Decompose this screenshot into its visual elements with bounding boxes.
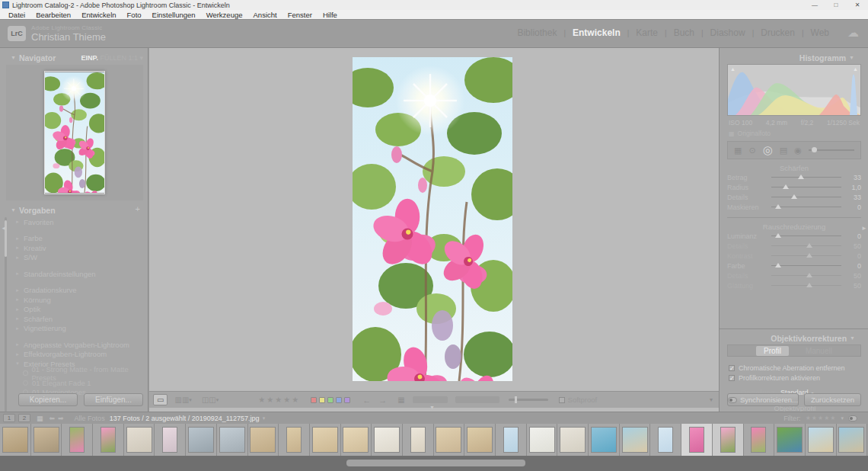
minimize-button[interactable]: — xyxy=(804,0,825,10)
filmstrip-thumb[interactable] xyxy=(155,424,186,456)
loupe-view-button[interactable]: ▭ xyxy=(153,394,168,405)
lens-corrections-header[interactable]: Objektivkorrekturen ▼ xyxy=(771,332,858,344)
star-rating[interactable]: ★★★★★ xyxy=(258,396,300,404)
navigator-preview-area[interactable] xyxy=(6,65,143,200)
spot-removal-tool-icon[interactable]: ⊙ xyxy=(748,146,755,155)
module-drucken[interactable]: Drucken xyxy=(754,27,802,38)
filmstrip-thumb[interactable] xyxy=(713,424,744,456)
menu-ansicht[interactable]: Ansicht xyxy=(248,11,282,19)
slider-nr-details[interactable]: Details 50 xyxy=(727,241,861,251)
next-photo-button[interactable]: → xyxy=(378,396,387,405)
preset-group-sw[interactable]: ►S/W xyxy=(12,253,143,263)
highlight-clipping-icon[interactable]: ▲ xyxy=(853,66,858,72)
title-bar[interactable]: Lightroom Catalog-2 - Adobe Photoshop Li… xyxy=(0,0,868,10)
toolbar-options-caret-icon[interactable]: ▾ xyxy=(710,396,713,403)
collapse-toolbar-icon[interactable]: ▼ xyxy=(429,405,435,410)
navigator-header[interactable]: ▼ Navigator EINP. FÜLLEN 1:1 ▾ xyxy=(8,51,143,64)
filmstrip-thumb[interactable] xyxy=(434,424,465,456)
tab-manuell[interactable]: Manuell xyxy=(806,347,832,355)
slider-farbe[interactable]: Farbe 0 xyxy=(727,261,861,271)
cloud-sync-icon[interactable]: ☁ xyxy=(847,26,859,40)
presets-header[interactable]: ▼ Vorgaben xyxy=(8,203,143,216)
filmstrip-source[interactable]: Alle Fotos xyxy=(75,415,105,422)
preset-group-schaerfen[interactable]: ►Schärfen xyxy=(12,314,143,324)
second-window-button[interactable]: 2 xyxy=(18,414,30,422)
filter-switch-icon[interactable] xyxy=(848,415,857,421)
slider-luminanz[interactable]: Luminanz 0 xyxy=(727,231,861,241)
filmstrip-thumb[interactable] xyxy=(93,424,124,456)
filmstrip-source-caret-icon[interactable]: ▾ xyxy=(263,415,266,421)
masking-tool-icon[interactable]: ◎ xyxy=(763,143,773,157)
photo-state-row[interactable]: ▦ Originalfoto xyxy=(729,130,771,137)
color-label-green[interactable] xyxy=(327,397,333,403)
filmstrip-thumb[interactable] xyxy=(527,424,558,456)
filmstrip-scrollbar[interactable] xyxy=(0,456,868,471)
preset-group-vignettierung[interactable]: ►Vignettierung xyxy=(12,324,143,334)
menu-einstellungen[interactable]: Einstellungen xyxy=(147,11,201,19)
filmstrip-thumb[interactable] xyxy=(186,424,217,456)
filmstrip-thumb[interactable] xyxy=(217,424,248,456)
maximize-button[interactable]: □ xyxy=(825,0,847,10)
sync-switch-icon[interactable] xyxy=(728,397,737,403)
grid-overlay-icon[interactable]: ▦ xyxy=(397,396,404,404)
reset-button[interactable]: Zurücksetzen xyxy=(804,393,861,406)
main-photo[interactable] xyxy=(353,57,512,381)
preset-group-koernung[interactable]: ►Körnung xyxy=(12,295,143,305)
module-entwickeln[interactable]: Entwickeln xyxy=(566,27,627,38)
enable-profile-checkbox[interactable]: ✓ Profilkorrekturen aktivieren xyxy=(729,373,861,383)
module-diashow[interactable]: Diashow xyxy=(704,27,752,38)
filter-caret-icon[interactable]: ▾ xyxy=(841,415,844,421)
go-back-icon[interactable]: ⬅ xyxy=(49,415,56,422)
module-bibliothek[interactable]: Bibliothek xyxy=(510,27,563,38)
remove-ca-checkbox[interactable]: ✓ Chromatische Aberration entfernen xyxy=(729,363,861,373)
color-label-blue[interactable] xyxy=(336,397,342,403)
filmstrip-thumb[interactable] xyxy=(650,424,681,456)
tool-amount-slider[interactable] xyxy=(809,149,854,151)
filmstrip-thumb[interactable] xyxy=(681,424,713,456)
filmstrip-status[interactable]: 137 Fotos / 2 ausgewählt / 20190924_1127… xyxy=(110,415,260,422)
menu-entwickeln[interactable]: Entwickeln xyxy=(76,11,121,19)
before-after-button[interactable]: ◫◫▾ xyxy=(199,394,222,405)
zoom-ratio-caret-icon[interactable]: ▾ xyxy=(139,54,143,62)
zoom-slider[interactable] xyxy=(509,399,548,401)
menu-hilfe[interactable]: Hilfe xyxy=(318,11,343,19)
graduated-filter-tool-icon[interactable]: ▤ xyxy=(780,146,787,155)
slider-nr-details2[interactable]: Details 50 xyxy=(727,271,861,280)
color-label-yellow[interactable] xyxy=(319,397,325,403)
main-window-button[interactable]: 1 xyxy=(3,414,15,422)
slider-kontrast[interactable]: Kontrast 0 xyxy=(727,251,861,261)
filmstrip-thumb[interactable] xyxy=(310,424,341,456)
menu-fenster[interactable]: Fenster xyxy=(282,11,318,19)
preset-group-effektvorgaben[interactable]: ►Effektvorgaben-Lightroom xyxy=(12,350,143,360)
module-web[interactable]: Web xyxy=(804,27,836,38)
filmstrip-thumb[interactable] xyxy=(31,424,62,456)
menu-datei[interactable]: Datei xyxy=(3,11,30,19)
previous-photo-button[interactable]: ← xyxy=(362,396,371,405)
color-label-red[interactable] xyxy=(311,397,317,403)
copy-settings-button[interactable]: Kopieren... xyxy=(18,393,78,406)
menu-foto[interactable]: Foto xyxy=(122,11,147,19)
filmstrip-thumb[interactable] xyxy=(62,424,93,456)
preset-group-favoriten[interactable]: ►Favoriten xyxy=(12,217,143,227)
module-buch[interactable]: Buch xyxy=(667,27,701,38)
close-button[interactable]: ✕ xyxy=(847,0,868,10)
slider-betrag[interactable]: Betrag 33 xyxy=(727,172,861,182)
red-eye-tool-icon[interactable]: ◉ xyxy=(794,146,802,155)
menu-werkzeuge[interactable]: Werkzeuge xyxy=(201,11,248,19)
preset-group-angepasste-vorgaben[interactable]: ►Angepasste Vorgaben-Lightroom xyxy=(12,340,143,350)
preset-group-standardeinstellungen[interactable]: ►Standardeinstellungen xyxy=(12,269,143,279)
slider-radius[interactable]: Radius 1,0 xyxy=(727,182,861,192)
tab-profil[interactable]: Profil xyxy=(756,346,789,356)
softproof-toggle[interactable]: Softproof xyxy=(559,396,598,404)
filmstrip-thumb[interactable] xyxy=(774,424,806,456)
filmstrip-thumb[interactable] xyxy=(403,424,434,456)
zoom-1-1-option[interactable]: 1:1 xyxy=(128,54,138,62)
paste-settings-button[interactable]: Einfügen... xyxy=(84,393,143,406)
add-preset-button[interactable]: + xyxy=(136,204,140,213)
preset-group-kreativ[interactable]: ►Kreativ xyxy=(12,243,143,253)
module-karte[interactable]: Karte xyxy=(629,27,665,38)
filmstrip-thumb[interactable] xyxy=(464,424,496,456)
slider-glaettung[interactable]: Glättung 50 xyxy=(727,280,861,290)
histogram[interactable]: ▲ ▲ xyxy=(727,64,861,116)
histogram-header[interactable]: Histogramm ▼ xyxy=(799,51,857,64)
